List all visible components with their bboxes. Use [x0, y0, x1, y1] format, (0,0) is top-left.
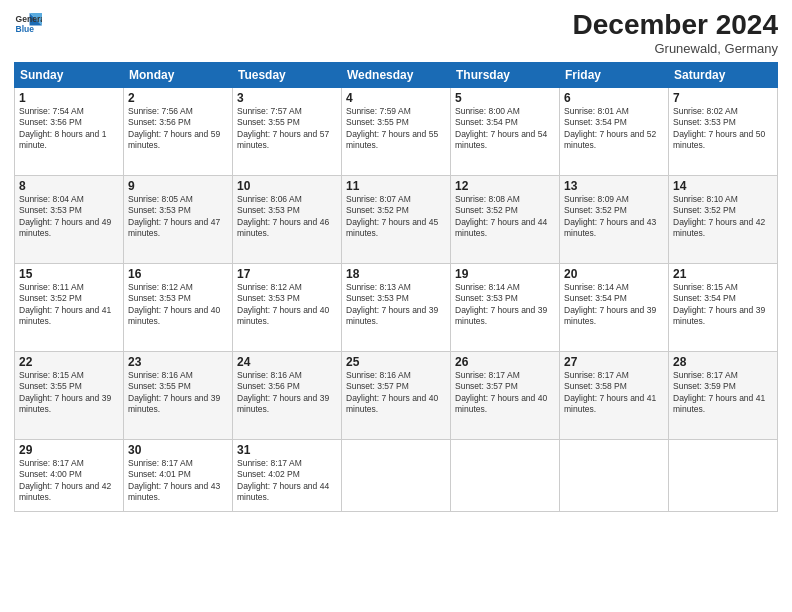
- day-number: 23: [128, 355, 228, 369]
- day-headers: Sunday Monday Tuesday Wednesday Thursday…: [15, 62, 778, 87]
- cell-info: Sunrise: 8:01 AMSunset: 3:54 PMDaylight:…: [564, 106, 664, 152]
- cell-info: Sunrise: 8:10 AMSunset: 3:52 PMDaylight:…: [673, 194, 773, 240]
- day-number: 29: [19, 443, 119, 457]
- cell-info: Sunrise: 8:14 AMSunset: 3:54 PMDaylight:…: [564, 282, 664, 328]
- day-number: 17: [237, 267, 337, 281]
- cell-info: Sunrise: 8:11 AMSunset: 3:52 PMDaylight:…: [19, 282, 119, 328]
- cell-info: Sunrise: 8:12 AMSunset: 3:53 PMDaylight:…: [237, 282, 337, 328]
- calendar-cell: [560, 439, 669, 511]
- header-sunday: Sunday: [15, 62, 124, 87]
- logo: General Blue: [14, 10, 42, 38]
- calendar-cell: 2 Sunrise: 7:56 AMSunset: 3:56 PMDayligh…: [124, 87, 233, 175]
- day-number: 11: [346, 179, 446, 193]
- calendar-cell: 22 Sunrise: 8:15 AMSunset: 3:55 PMDaylig…: [15, 351, 124, 439]
- calendar-cell: [451, 439, 560, 511]
- day-number: 4: [346, 91, 446, 105]
- cell-info: Sunrise: 8:17 AMSunset: 4:01 PMDaylight:…: [128, 458, 228, 504]
- calendar-cell: 10 Sunrise: 8:06 AMSunset: 3:53 PMDaylig…: [233, 175, 342, 263]
- calendar-cell: 27 Sunrise: 8:17 AMSunset: 3:58 PMDaylig…: [560, 351, 669, 439]
- cell-info: Sunrise: 8:16 AMSunset: 3:56 PMDaylight:…: [237, 370, 337, 416]
- cell-info: Sunrise: 8:17 AMSunset: 4:02 PMDaylight:…: [237, 458, 337, 504]
- day-number: 13: [564, 179, 664, 193]
- cell-info: Sunrise: 8:12 AMSunset: 3:53 PMDaylight:…: [128, 282, 228, 328]
- cell-info: Sunrise: 8:04 AMSunset: 3:53 PMDaylight:…: [19, 194, 119, 240]
- day-number: 2: [128, 91, 228, 105]
- calendar-cell: 13 Sunrise: 8:09 AMSunset: 3:52 PMDaylig…: [560, 175, 669, 263]
- cell-info: Sunrise: 8:16 AMSunset: 3:55 PMDaylight:…: [128, 370, 228, 416]
- calendar-cell: 31 Sunrise: 8:17 AMSunset: 4:02 PMDaylig…: [233, 439, 342, 511]
- calendar-cell: 7 Sunrise: 8:02 AMSunset: 3:53 PMDayligh…: [669, 87, 778, 175]
- day-number: 19: [455, 267, 555, 281]
- day-number: 9: [128, 179, 228, 193]
- header-saturday: Saturday: [669, 62, 778, 87]
- calendar-cell: 17 Sunrise: 8:12 AMSunset: 3:53 PMDaylig…: [233, 263, 342, 351]
- calendar-cell: 5 Sunrise: 8:00 AMSunset: 3:54 PMDayligh…: [451, 87, 560, 175]
- calendar-cell: 25 Sunrise: 8:16 AMSunset: 3:57 PMDaylig…: [342, 351, 451, 439]
- calendar-cell: 16 Sunrise: 8:12 AMSunset: 3:53 PMDaylig…: [124, 263, 233, 351]
- cell-info: Sunrise: 8:17 AMSunset: 4:00 PMDaylight:…: [19, 458, 119, 504]
- day-number: 21: [673, 267, 773, 281]
- logo-icon: General Blue: [14, 10, 42, 38]
- calendar-container: General Blue December 2024 Grunewald, Ge…: [0, 0, 792, 522]
- cell-info: Sunrise: 8:05 AMSunset: 3:53 PMDaylight:…: [128, 194, 228, 240]
- day-number: 20: [564, 267, 664, 281]
- cell-info: Sunrise: 8:02 AMSunset: 3:53 PMDaylight:…: [673, 106, 773, 152]
- day-number: 26: [455, 355, 555, 369]
- cell-info: Sunrise: 8:17 AMSunset: 3:59 PMDaylight:…: [673, 370, 773, 416]
- day-number: 15: [19, 267, 119, 281]
- day-number: 24: [237, 355, 337, 369]
- calendar-cell: 24 Sunrise: 8:16 AMSunset: 3:56 PMDaylig…: [233, 351, 342, 439]
- cell-info: Sunrise: 8:16 AMSunset: 3:57 PMDaylight:…: [346, 370, 446, 416]
- cell-info: Sunrise: 8:08 AMSunset: 3:52 PMDaylight:…: [455, 194, 555, 240]
- cell-info: Sunrise: 7:54 AMSunset: 3:56 PMDaylight:…: [19, 106, 119, 152]
- header-wednesday: Wednesday: [342, 62, 451, 87]
- cell-info: Sunrise: 8:06 AMSunset: 3:53 PMDaylight:…: [237, 194, 337, 240]
- header-tuesday: Tuesday: [233, 62, 342, 87]
- calendar-cell: 14 Sunrise: 8:10 AMSunset: 3:52 PMDaylig…: [669, 175, 778, 263]
- cell-info: Sunrise: 7:56 AMSunset: 3:56 PMDaylight:…: [128, 106, 228, 152]
- day-number: 8: [19, 179, 119, 193]
- cell-info: Sunrise: 8:17 AMSunset: 3:58 PMDaylight:…: [564, 370, 664, 416]
- calendar-table: Sunday Monday Tuesday Wednesday Thursday…: [14, 62, 778, 512]
- day-number: 1: [19, 91, 119, 105]
- svg-text:Blue: Blue: [16, 24, 35, 34]
- cell-info: Sunrise: 7:57 AMSunset: 3:55 PMDaylight:…: [237, 106, 337, 152]
- cell-info: Sunrise: 8:13 AMSunset: 3:53 PMDaylight:…: [346, 282, 446, 328]
- calendar-cell: 19 Sunrise: 8:14 AMSunset: 3:53 PMDaylig…: [451, 263, 560, 351]
- header-friday: Friday: [560, 62, 669, 87]
- day-number: 3: [237, 91, 337, 105]
- calendar-cell: 15 Sunrise: 8:11 AMSunset: 3:52 PMDaylig…: [15, 263, 124, 351]
- day-number: 28: [673, 355, 773, 369]
- calendar-cell: 8 Sunrise: 8:04 AMSunset: 3:53 PMDayligh…: [15, 175, 124, 263]
- day-number: 30: [128, 443, 228, 457]
- day-number: 25: [346, 355, 446, 369]
- cell-info: Sunrise: 8:09 AMSunset: 3:52 PMDaylight:…: [564, 194, 664, 240]
- calendar-cell: 20 Sunrise: 8:14 AMSunset: 3:54 PMDaylig…: [560, 263, 669, 351]
- calendar-cell: 29 Sunrise: 8:17 AMSunset: 4:00 PMDaylig…: [15, 439, 124, 511]
- calendar-cell: [342, 439, 451, 511]
- cell-info: Sunrise: 8:15 AMSunset: 3:55 PMDaylight:…: [19, 370, 119, 416]
- calendar-cell: 9 Sunrise: 8:05 AMSunset: 3:53 PMDayligh…: [124, 175, 233, 263]
- day-number: 7: [673, 91, 773, 105]
- header-thursday: Thursday: [451, 62, 560, 87]
- day-number: 10: [237, 179, 337, 193]
- header-monday: Monday: [124, 62, 233, 87]
- cell-info: Sunrise: 8:00 AMSunset: 3:54 PMDaylight:…: [455, 106, 555, 152]
- calendar-cell: 11 Sunrise: 8:07 AMSunset: 3:52 PMDaylig…: [342, 175, 451, 263]
- calendar-cell: 28 Sunrise: 8:17 AMSunset: 3:59 PMDaylig…: [669, 351, 778, 439]
- day-number: 12: [455, 179, 555, 193]
- day-number: 31: [237, 443, 337, 457]
- calendar-cell: 1 Sunrise: 7:54 AMSunset: 3:56 PMDayligh…: [15, 87, 124, 175]
- cell-info: Sunrise: 8:07 AMSunset: 3:52 PMDaylight:…: [346, 194, 446, 240]
- calendar-cell: 4 Sunrise: 7:59 AMSunset: 3:55 PMDayligh…: [342, 87, 451, 175]
- month-title: December 2024: [573, 10, 778, 41]
- calendar-cell: 12 Sunrise: 8:08 AMSunset: 3:52 PMDaylig…: [451, 175, 560, 263]
- calendar-cell: 6 Sunrise: 8:01 AMSunset: 3:54 PMDayligh…: [560, 87, 669, 175]
- svg-text:General: General: [16, 14, 42, 24]
- calendar-cell: 26 Sunrise: 8:17 AMSunset: 3:57 PMDaylig…: [451, 351, 560, 439]
- title-block: December 2024 Grunewald, Germany: [573, 10, 778, 56]
- cell-info: Sunrise: 8:14 AMSunset: 3:53 PMDaylight:…: [455, 282, 555, 328]
- calendar-cell: 3 Sunrise: 7:57 AMSunset: 3:55 PMDayligh…: [233, 87, 342, 175]
- cell-info: Sunrise: 7:59 AMSunset: 3:55 PMDaylight:…: [346, 106, 446, 152]
- day-number: 27: [564, 355, 664, 369]
